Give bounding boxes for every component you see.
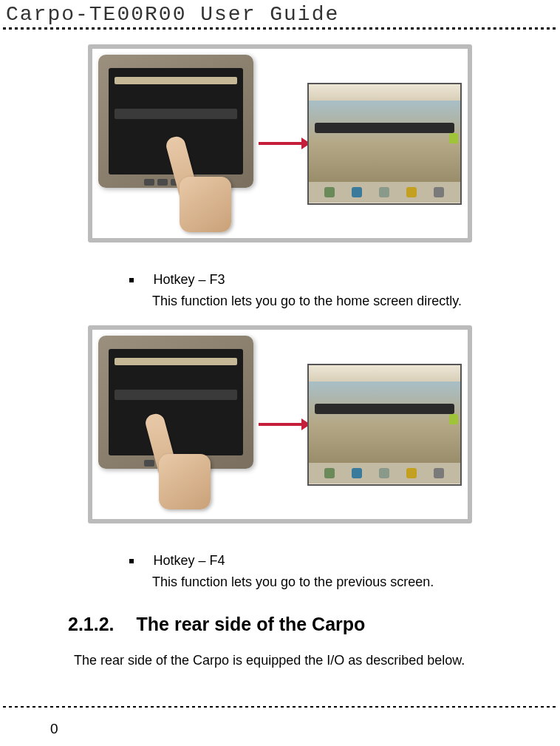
section-body-text: The rear side of the Carpo is equipped t… xyxy=(74,651,538,670)
content-area: Hotkey – F3 This function lets you go to… xyxy=(0,44,560,671)
title-divider xyxy=(3,27,557,30)
hotkey-f4-description: This function lets you go to the previou… xyxy=(152,573,538,591)
footer-divider xyxy=(3,706,557,708)
page-title: Carpo-TE00R00 User Guide xyxy=(0,0,560,27)
bullet-hotkey-f4: Hotkey – F4 xyxy=(129,553,538,569)
bullet-hotkey-f3: Hotkey – F3 xyxy=(129,272,538,288)
hotkey-f4-label: Hotkey – F4 xyxy=(153,553,225,568)
page-number: 0 xyxy=(50,721,58,737)
bullet-marker-icon xyxy=(129,278,134,282)
hand-illustration xyxy=(172,136,239,225)
figure-hotkey-f2 xyxy=(88,44,472,243)
hotkey-f3-label: Hotkey – F3 xyxy=(153,272,225,287)
section-number: 2.1.2. xyxy=(68,614,115,635)
result-screen-illustration xyxy=(307,364,462,486)
hotkey-f3-description: This function lets you go to the home sc… xyxy=(152,292,538,311)
bullet-marker-icon xyxy=(129,559,134,563)
section-title: The rear side of the Carpo xyxy=(137,614,366,634)
hand-illustration xyxy=(151,413,218,502)
section-heading: 2.1.2.The rear side of the Carpo xyxy=(68,614,538,635)
figure-hotkey-f3 xyxy=(88,325,472,523)
arrow-icon xyxy=(259,423,303,426)
result-screen-illustration xyxy=(307,83,462,205)
arrow-icon xyxy=(259,142,303,145)
